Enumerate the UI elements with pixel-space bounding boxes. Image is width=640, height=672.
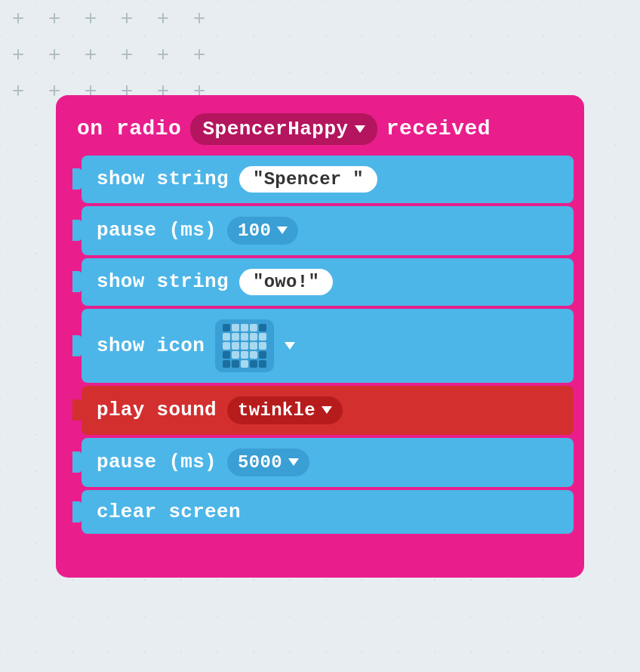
icon-dot [232,333,239,341]
icon-dot [250,333,257,341]
icon-dot [223,342,230,350]
pause-2-label: pause (ms) [97,451,217,473]
icon-dot [259,342,266,350]
icon-dot [241,324,248,331]
block-show-string-2: show string "owo!" [82,258,574,306]
header-prefix: on radio [77,117,181,140]
pause-1-dropdown[interactable]: 100 [227,217,298,245]
icon-dot [241,351,248,359]
icon-dot [241,333,248,341]
icon-dot [250,324,257,331]
radio-dropdown-label: SpencerHappy [202,118,348,140]
bottom-bar [66,546,574,567]
icon-dot [223,360,230,368]
icon-dot [232,351,239,359]
radio-dropdown[interactable]: SpencerHappy [190,113,377,145]
icon-dot [232,360,239,368]
clear-screen-label: clear screen [97,501,241,523]
show-string-1-label: show string [97,168,229,190]
icon-dot [232,342,239,350]
pause-2-arrow [288,458,299,466]
play-sound-value: twinkle [238,400,315,421]
icon-dot [250,360,257,368]
block-show-string-1: show string "Spencer " [82,156,574,203]
main-container: on radio SpencerHappy received show stri… [56,95,584,578]
icon-dot [241,360,248,368]
pause-2-value: 5000 [238,452,282,473]
block-pause-1: pause (ms) 100 [82,206,574,255]
block-play-sound: play sound twinkle [82,386,574,435]
pause-2-dropdown[interactable]: 5000 [227,449,309,476]
icon-dot [223,333,230,341]
icon-dot [259,360,266,368]
icon-dot [223,351,230,359]
icon-dot [250,351,257,359]
icon-dot [259,324,266,331]
header-suffix: received [386,117,491,140]
icon-grid-arrow [285,342,295,350]
pause-1-arrow [277,227,288,234]
show-string-2-label: show string [97,270,229,293]
icon-dot [232,324,239,331]
outer-block: on radio SpencerHappy received show stri… [56,95,584,578]
header-row: on radio SpencerHappy received [66,106,574,153]
show-string-1-value[interactable]: "Spencer " [239,166,377,193]
inner-blocks: show string "Spencer " pause (ms) 100 sh… [66,153,574,543]
block-show-icon: show icon [82,309,574,383]
icon-grid-dropdown[interactable] [215,319,274,372]
icon-dot [250,342,257,350]
radio-dropdown-arrow [355,125,365,133]
block-pause-2: pause (ms) 5000 [82,438,574,487]
pause-1-value: 100 [238,220,271,241]
show-icon-label: show icon [97,334,205,357]
play-sound-label: play sound [97,399,217,421]
icon-dot [259,333,266,341]
icon-dot [259,351,266,359]
block-clear-screen: clear screen [82,490,574,534]
icon-dot [241,342,248,350]
pause-1-label: pause (ms) [97,219,217,242]
icon-dot [223,324,230,331]
show-string-2-value[interactable]: "owo!" [239,269,333,295]
play-sound-arrow [322,406,332,414]
play-sound-dropdown[interactable]: twinkle [227,396,343,424]
